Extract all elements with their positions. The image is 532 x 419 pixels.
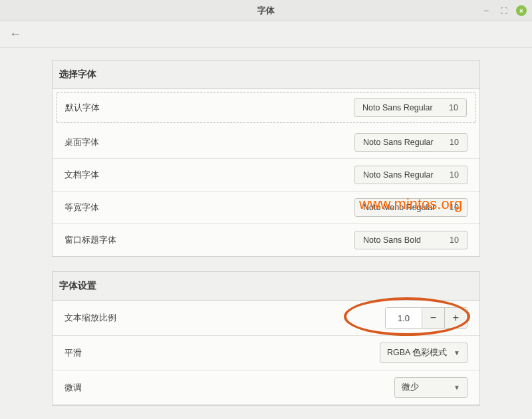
text-scale-stepper: − + [385,307,467,329]
font-select-default[interactable]: Noto Sans Regular 10 [354,98,467,117]
font-select-desktop[interactable]: Noto Sans Regular 10 [354,133,467,152]
row-label: 等宽字体 [65,202,99,213]
font-name: Noto Mono Regular [363,203,435,212]
font-name: Noto Sans Bold [363,235,421,245]
window-controls: − ⛶ × [481,0,527,21]
decrement-button[interactable]: − [422,308,444,328]
minimize-button[interactable]: − [481,6,491,15]
section-header-fonts: 选择字体 [52,60,480,88]
row-default-font: 默认字体 Noto Sans Regular 10 [56,92,476,123]
antialias-dropdown[interactable]: RGBA 色彩模式 ▼ [380,343,467,363]
font-size: 10 [450,170,459,180]
toolbar: ← [0,21,532,48]
increment-button[interactable]: + [444,308,467,328]
hinting-dropdown[interactable]: 微少 ▼ [394,377,467,398]
row-desktop-font: 桌面字体 Noto Sans Regular 10 [53,126,479,159]
row-label: 默认字体 [65,102,100,114]
section-body-fonts: 默认字体 Noto Sans Regular 10 桌面字体 Noto Sans… [52,88,480,257]
row-label: 文本缩放比例 [65,312,116,324]
row-label: 文档字体 [65,169,99,181]
row-antialias: 平滑 RGBA 色彩模式 ▼ [53,336,479,370]
row-titlebar-font: 窗口标题字体 Noto Sans Bold 10 [53,224,479,256]
font-name: Noto Sans Regular [363,170,434,180]
titlebar: 字体 − ⛶ × [0,0,532,21]
font-select-mono[interactable]: Noto Mono Regular 10 [354,198,467,217]
dropdown-value: 微少 [402,382,419,393]
row-document-font: 文档字体 Noto Sans Regular 10 [53,159,479,192]
chevron-down-icon: ▼ [454,384,460,391]
maximize-button[interactable]: ⛶ [499,6,508,15]
row-text-scale: 文本缩放比例 − + [53,301,479,336]
row-mono-font: 等宽字体 Noto Mono Regular 10 [53,192,479,224]
font-select-titlebar[interactable]: Noto Sans Bold 10 [354,231,467,249]
dropdown-value: RGBA 色彩模式 [387,347,447,358]
section-body-settings: 文本缩放比例 − + 平滑 RGBA 色彩模式 ▼ 微调 微少 ▼ [52,300,480,406]
font-size: 10 [450,203,459,212]
row-label: 平滑 [65,347,82,359]
font-size: 10 [450,138,459,147]
font-size: 10 [450,235,459,245]
text-scale-input[interactable] [386,308,422,328]
content-area: 选择字体 默认字体 Noto Sans Regular 10 桌面字体 Noto… [0,48,532,418]
font-name: Noto Sans Regular [363,138,434,147]
section-header-settings: 字体设置 [52,271,480,300]
window-title: 字体 [257,5,275,17]
font-size: 10 [449,103,458,112]
close-button[interactable]: × [516,5,527,16]
back-button[interactable]: ← [9,27,21,41]
row-label: 桌面字体 [65,136,99,148]
row-label: 窗口标题字体 [65,234,116,246]
font-name: Noto Sans Regular [362,103,433,112]
font-select-document[interactable]: Noto Sans Regular 10 [354,166,467,184]
chevron-down-icon: ▼ [454,349,460,356]
row-hinting: 微调 微少 ▼ [53,370,479,405]
row-label: 微调 [65,382,82,394]
